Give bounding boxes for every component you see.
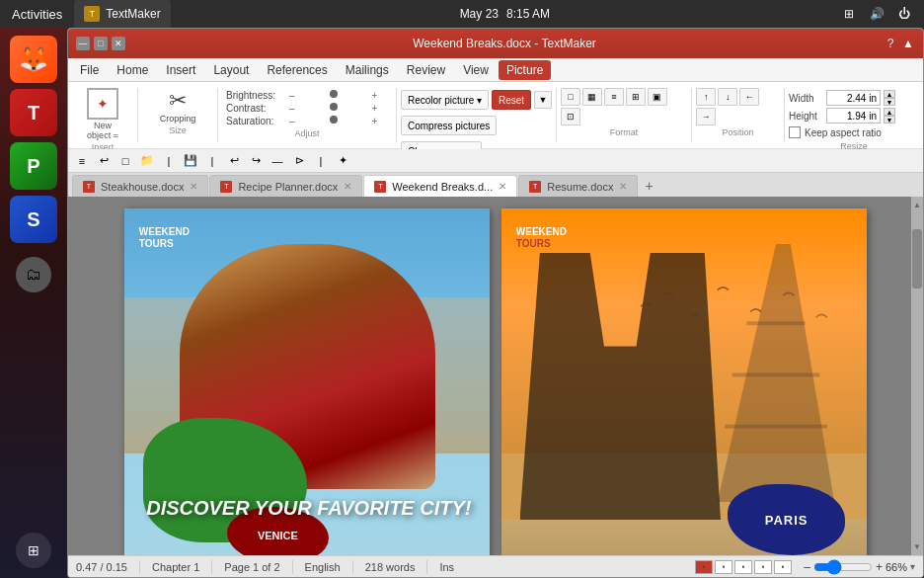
position-icon-4[interactable]: → — [696, 108, 716, 125]
network-icon[interactable]: ⊞ — [839, 4, 859, 24]
zoom-out-button[interactable]: – — [804, 560, 810, 574]
sidebar-item-planmaker[interactable]: P — [10, 142, 57, 190]
brightness-minus[interactable]: – — [289, 90, 295, 101]
menu-layout[interactable]: Layout — [205, 60, 257, 80]
activities-button[interactable]: Activities — [0, 0, 74, 28]
zoom-in-button[interactable]: + — [876, 560, 883, 574]
tb-icon-5[interactable]: | — [159, 151, 179, 171]
tb-icon-1[interactable]: ≡ — [72, 151, 92, 171]
view-btn-4[interactable]: ▪ — [754, 560, 772, 574]
sidebar-item-presentations[interactable]: S — [10, 196, 57, 243]
view-btn-1[interactable]: ▪ — [695, 560, 713, 574]
taskbar-app-textmaker[interactable]: T TextMaker — [74, 0, 170, 28]
menu-references[interactable]: References — [259, 60, 335, 80]
app-grid-button[interactable]: ⊞ — [16, 533, 51, 568]
tb-icon-9[interactable]: ⊳ — [289, 151, 309, 171]
zoom-slider[interactable] — [813, 559, 873, 575]
window-titlebar: — □ ✕ Weekend Breaks.docx - TextMaker ? … — [68, 29, 923, 58]
saturation-minus[interactable]: – — [289, 116, 295, 126]
tb-icon-6[interactable]: 💾 — [181, 151, 200, 171]
new-tab-button[interactable]: + — [639, 175, 658, 197]
tb-icon-10[interactable]: | — [311, 151, 331, 171]
tb-icon-3[interactable]: □ — [116, 151, 135, 171]
tb-icon-2[interactable]: ↩ — [94, 151, 114, 171]
scroll-down-button[interactable]: ▼ — [913, 542, 921, 551]
tab-recipe[interactable]: T Recipe Planner.docx ✕ — [209, 175, 362, 197]
position-icon-2[interactable]: ↓ — [718, 88, 737, 106]
tb-icon-7[interactable]: | — [202, 151, 222, 171]
tab-steakhouse-close[interactable]: ✕ — [190, 181, 197, 192]
keep-aspect-checkbox[interactable] — [789, 126, 801, 138]
recolor-button[interactable]: Recolor picture ▾ — [401, 90, 489, 110]
menu-review[interactable]: Review — [399, 60, 453, 80]
width-spin-up[interactable]: ▲ — [884, 90, 895, 98]
minimize-button[interactable]: — — [76, 37, 90, 50]
menu-picture[interactable]: Picture — [499, 60, 551, 80]
tab-recipe-close[interactable]: ✕ — [344, 181, 351, 192]
format-icon-1[interactable]: □ — [561, 88, 580, 106]
height-spin-down[interactable]: ▼ — [884, 116, 895, 124]
height-spin-up[interactable]: ▲ — [884, 108, 895, 116]
contrast-slider[interactable] — [299, 102, 368, 114]
view-btn-5[interactable]: ▪ — [774, 560, 792, 574]
tab-weekend-close[interactable]: ✕ — [499, 181, 506, 192]
menu-mailings[interactable]: Mailings — [338, 60, 397, 80]
tb-redo[interactable]: ↪ — [246, 151, 266, 171]
contrast-plus[interactable]: + — [372, 103, 378, 114]
power-icon[interactable]: ⏻ — [894, 4, 914, 24]
tab-resume-close[interactable]: ✕ — [619, 181, 627, 192]
saturation-slider[interactable] — [299, 115, 368, 126]
menu-home[interactable]: Home — [109, 60, 156, 80]
brightness-plus[interactable]: + — [372, 90, 378, 101]
page-venice: DISCOVER YOUR FAVORITE CITY! VENICE 3 DA… — [124, 208, 490, 555]
scroll-thumb[interactable] — [912, 229, 922, 289]
width-input[interactable] — [826, 90, 881, 106]
format-icon-4[interactable]: ⊞ — [626, 88, 646, 106]
maximize-button[interactable]: □ — [94, 37, 108, 50]
reset-button[interactable]: Reset — [492, 90, 531, 110]
format-icon-2[interactable]: ▦ — [582, 88, 602, 106]
height-input[interactable] — [826, 108, 881, 124]
volume-icon[interactable]: 🔊 — [867, 4, 886, 24]
height-row: Height ▲ ▼ — [789, 108, 919, 124]
tb-icon-11[interactable]: ✦ — [333, 151, 352, 171]
menu-file[interactable]: File — [72, 60, 107, 80]
position-icon-3[interactable]: ← — [739, 88, 759, 106]
zoom-dropdown[interactable]: ▾ — [910, 561, 915, 572]
width-spin-down[interactable]: ▼ — [884, 98, 895, 106]
format-icon-5[interactable]: ▣ — [648, 88, 667, 106]
brightness-slider[interactable] — [299, 89, 368, 101]
sidebar-item-files[interactable]: 🗂 — [16, 257, 51, 292]
new-object-icon[interactable]: ✦ — [87, 88, 118, 120]
sidebar-item-textmaker[interactable]: T — [10, 89, 57, 136]
statusbar: 0.47 / 0.15 Chapter 1 Page 1 of 2 Englis… — [68, 555, 923, 577]
cropping-button[interactable]: ✂ Cropping — [160, 88, 196, 124]
reset-dropdown[interactable]: ▼ — [534, 91, 552, 109]
tab-resume[interactable]: T Resume.docx ✕ — [518, 175, 638, 197]
view-btn-3[interactable]: ▪ — [734, 560, 752, 574]
menu-view[interactable]: View — [455, 60, 497, 80]
close-button[interactable]: ✕ — [112, 37, 125, 50]
contrast-minus[interactable]: – — [289, 103, 295, 114]
sidebar-item-firefox[interactable]: 🦊 — [10, 36, 57, 83]
tab-steakhouse[interactable]: T Steakhouse.docx ✕ — [72, 175, 208, 197]
taskbar-center: May 23 8:15 AM — [171, 7, 839, 21]
format-icon-6[interactable]: ⊡ — [561, 108, 580, 125]
zoom-percent: 66% — [886, 561, 907, 573]
position-icon-1[interactable]: ↑ — [696, 88, 716, 106]
pin-button[interactable]: ▲ — [901, 37, 915, 50]
compress-button[interactable]: Compress pictures — [401, 116, 497, 135]
tb-icon-4[interactable]: 📁 — [137, 151, 157, 171]
tab-weekend-breaks[interactable]: T Weekend Breaks.d... ✕ — [363, 175, 517, 197]
menu-insert[interactable]: Insert — [158, 60, 203, 80]
scroll-up-button[interactable]: ▲ — [913, 201, 921, 209]
help-button[interactable]: ? — [884, 37, 897, 50]
tb-icon-8[interactable]: — — [268, 151, 287, 171]
sidebar: 🦊 T P S 🗂 ⊞ — [0, 28, 67, 578]
tb-undo[interactable]: ↩ — [224, 151, 244, 171]
format-icon-3[interactable]: ≡ — [604, 88, 624, 106]
saturation-plus[interactable]: + — [372, 116, 378, 126]
ribbon-group-format: □ ▦ ≡ ⊞ ▣ ⊡ Format — [557, 84, 691, 146]
vertical-scrollbar[interactable]: ▲ ▼ — [911, 197, 923, 555]
view-btn-2[interactable]: ▪ — [715, 560, 732, 574]
